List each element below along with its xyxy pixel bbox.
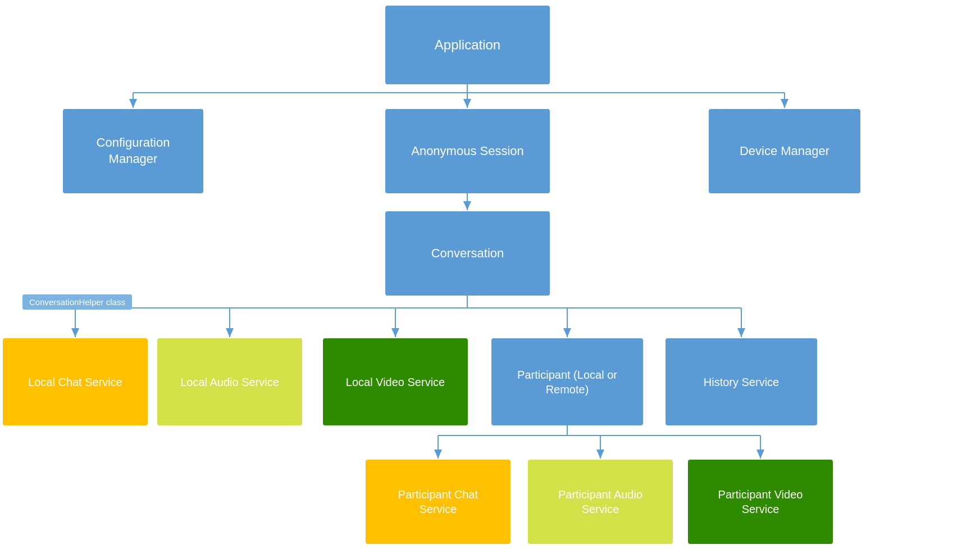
- diagram: Application Anonymous Session Configurat…: [0, 0, 980, 549]
- participant-video-label: Participant VideoService: [718, 487, 803, 516]
- participant-node: Participant (Local orRemote): [491, 338, 643, 425]
- participant-video-service-node: Participant VideoService: [688, 460, 833, 544]
- local-video-service-node: Local Video Service: [323, 338, 468, 425]
- participant-chat-label: Participant ChatService: [398, 487, 478, 516]
- application-node: Application: [385, 6, 550, 84]
- participant-audio-service-node: Participant AudioService: [528, 460, 673, 544]
- local-video-label: Local Video Service: [346, 375, 445, 389]
- local-audio-service-node: Local Audio Service: [157, 338, 302, 425]
- participant-label: Participant (Local orRemote): [517, 367, 617, 397]
- participant-chat-service-node: Participant ChatService: [366, 460, 510, 544]
- participant-audio-label: Participant AudioService: [558, 487, 642, 516]
- configuration-manager-node: ConfigurationManager: [63, 109, 203, 193]
- conversation-label: Conversation: [431, 246, 504, 262]
- helper-label-text: ConversationHelper class: [29, 297, 125, 307]
- local-chat-service-node: Local Chat Service: [3, 338, 148, 425]
- history-service-node: History Service: [666, 338, 817, 425]
- configuration-manager-label: ConfigurationManager: [97, 135, 170, 167]
- local-audio-label: Local Audio Service: [180, 375, 279, 389]
- history-service-label: History Service: [704, 375, 779, 389]
- conversation-helper-label: ConversationHelper class: [22, 294, 132, 310]
- device-manager-node: Device Manager: [709, 109, 860, 193]
- anonymous-session-label: Anonymous Session: [411, 143, 524, 160]
- anonymous-session-node: Anonymous Session: [385, 109, 550, 193]
- device-manager-label: Device Manager: [740, 143, 829, 160]
- conversation-node: Conversation: [385, 211, 550, 296]
- local-chat-label: Local Chat Service: [28, 375, 122, 389]
- application-label: Application: [435, 36, 500, 53]
